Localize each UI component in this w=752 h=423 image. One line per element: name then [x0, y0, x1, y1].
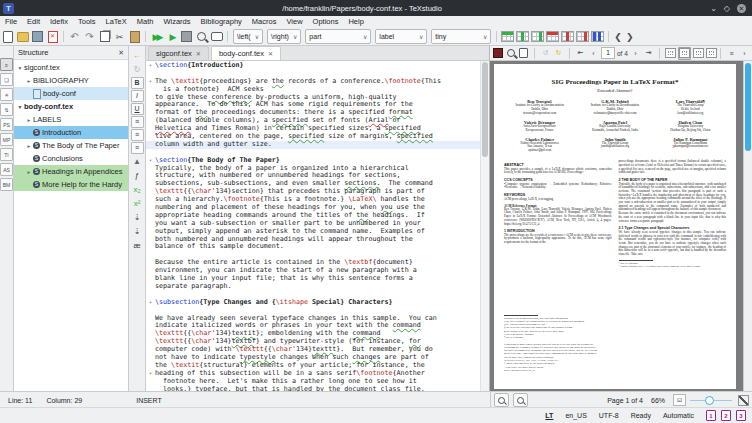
- fold-marker-icon[interactable]: [146, 346, 155, 354]
- structure-item[interactable]: body-conf: [14, 87, 128, 100]
- zoom-slider[interactable]: [690, 395, 732, 405]
- add-column-icon[interactable]: [516, 30, 529, 43]
- fit-page-icon[interactable]: [665, 48, 676, 59]
- structure-item[interactable]: SMore Help for the Hardy: [14, 178, 128, 191]
- status-utf-8[interactable]: UTF-8: [599, 412, 619, 419]
- subscript-icon[interactable]: x₂: [131, 183, 144, 196]
- panel-tikz-icon[interactable]: TI: [0, 148, 13, 161]
- tree-expander-icon[interactable]: ▾: [16, 65, 24, 71]
- menu-tools[interactable]: Tools: [73, 16, 101, 28]
- go-back-icon[interactable]: ❮: [614, 32, 622, 42]
- fold-marker-icon[interactable]: ▾: [146, 299, 155, 307]
- fold-marker-icon[interactable]: [146, 149, 155, 157]
- cut-icon[interactable]: ✂: [113, 30, 126, 43]
- structure-item[interactable]: SIntroduction: [14, 126, 128, 139]
- fold-marker-icon[interactable]: ▾: [146, 370, 155, 378]
- fold-marker-icon[interactable]: [146, 315, 155, 323]
- code-line[interactable]: separate paragraph.: [146, 283, 480, 291]
- menu-math[interactable]: Math: [132, 16, 159, 28]
- status-lt[interactable]: LT: [545, 412, 553, 419]
- tree-expander-icon[interactable]: ▸: [25, 78, 33, 84]
- fold-marker-icon[interactable]: [146, 220, 155, 228]
- structure-item[interactable]: ▸BIBLIOGRAPHY: [14, 74, 128, 87]
- fold-marker-icon[interactable]: [146, 117, 155, 125]
- tab-sigconf-tex[interactable]: sigconf.tex✕: [148, 46, 209, 60]
- fold-marker-icon[interactable]: [146, 141, 155, 149]
- fold-marker-icon[interactable]: [146, 291, 155, 299]
- ligature-icon[interactable]: æ: [131, 239, 144, 252]
- underline-icon[interactable]: U: [131, 103, 144, 115]
- fold-marker-icon[interactable]: [146, 330, 155, 338]
- pdf-back-icon[interactable]: ↺: [540, 48, 551, 59]
- sectioning-dropdown[interactable]: part ∨: [305, 29, 371, 44]
- preview-toggle-icon[interactable]: 3: [736, 410, 746, 421]
- fold-marker-icon[interactable]: [146, 243, 155, 251]
- fold-marker-icon[interactable]: [146, 212, 155, 220]
- fold-marker-icon[interactable]: [146, 180, 155, 188]
- tab-close-icon[interactable]: ✕: [268, 50, 273, 57]
- build-and-view-icon[interactable]: ▶▶: [150, 30, 163, 43]
- editor-scrollbar[interactable]: [480, 61, 489, 392]
- superscript-icon[interactable]: x²: [131, 197, 144, 210]
- maximize-icon[interactable]: ◇: [724, 4, 730, 13]
- menu-latex[interactable]: LaTeX: [100, 16, 131, 28]
- fold-marker-icon[interactable]: [146, 94, 155, 102]
- panel-structure-icon[interactable]: ≡: [0, 58, 13, 71]
- menu-options[interactable]: Options: [308, 16, 344, 28]
- structure-item[interactable]: SConclusions: [14, 152, 128, 165]
- log-toggle-icon[interactable]: 1: [706, 410, 716, 421]
- undo-icon[interactable]: ↶: [68, 30, 81, 43]
- align-left-icon[interactable]: ≡: [131, 116, 144, 128]
- close-icon[interactable]: ✕: [737, 4, 746, 13]
- magnifier-tool-button[interactable]: [494, 393, 509, 407]
- compile-icon[interactable]: ▶: [165, 30, 178, 43]
- structure-item[interactable]: ▾body-conf.tex: [14, 100, 128, 113]
- new-document-icon[interactable]: [1, 30, 14, 43]
- panel-bookmarks-icon[interactable]: ❏: [0, 73, 13, 86]
- code-line[interactable]: balance of this sample document.: [146, 243, 480, 251]
- align-columns-icon[interactable]: [591, 30, 604, 43]
- fold-marker-icon[interactable]: [146, 267, 155, 275]
- fold-marker-icon[interactable]: [146, 307, 155, 315]
- pdf-menu-icon[interactable]: ≡: [726, 48, 737, 59]
- editor[interactable]: ▾\section{Introduction} ▾The \textit{pro…: [146, 61, 489, 392]
- structure-item[interactable]: ▸SHeadings in Appendices: [14, 165, 128, 178]
- fold-marker-icon[interactable]: [146, 86, 155, 94]
- paste-icon[interactable]: [128, 30, 141, 43]
- fontsize-dropdown[interactable]: tiny ∨: [431, 29, 491, 44]
- fold-marker-icon[interactable]: ▾: [146, 62, 155, 70]
- fold-marker-icon[interactable]: [146, 204, 155, 212]
- tab-close-icon[interactable]: ✕: [196, 50, 201, 57]
- panel-brackets-icon[interactable]: ⇅: [0, 103, 13, 116]
- fit-width-icon[interactable]: [678, 47, 691, 60]
- tree-expander-icon[interactable]: ▸: [25, 143, 33, 149]
- previous-page-icon[interactable]: ‹: [588, 48, 599, 59]
- left-bracket-dropdown[interactable]: \left( ∨: [233, 29, 263, 44]
- tree-expander-icon[interactable]: ▾: [16, 104, 24, 110]
- pdf-viewport[interactable]: SIG Proceedings Paper in LaTeX Format* E…: [490, 61, 752, 392]
- fold-marker-icon[interactable]: [146, 283, 155, 291]
- go-forward-icon[interactable]: ↻: [131, 63, 144, 76]
- fold-marker-icon[interactable]: [146, 236, 155, 244]
- fold-marker-icon[interactable]: [146, 109, 155, 117]
- menu-wizards[interactable]: Wizards: [158, 16, 195, 28]
- align-right-icon[interactable]: ≡: [131, 142, 144, 154]
- function-icon[interactable]: ƒ: [131, 169, 144, 182]
- minimize-icon[interactable]: ⌄: [710, 4, 717, 13]
- linebreak-icon[interactable]: ⇣: [131, 225, 144, 238]
- view-icon[interactable]: [180, 30, 193, 43]
- reference-dropdown[interactable]: label ∨: [375, 29, 427, 44]
- comment-icon[interactable]: [210, 30, 223, 43]
- fold-marker-icon[interactable]: [146, 196, 155, 204]
- copy-icon[interactable]: [98, 30, 111, 43]
- save-document-icon[interactable]: [31, 30, 44, 43]
- italic-icon[interactable]: I: [131, 90, 144, 102]
- fold-marker-icon[interactable]: [146, 125, 155, 133]
- fold-marker-icon[interactable]: [146, 188, 155, 196]
- align-center-icon[interactable]: ≡: [131, 129, 144, 141]
- menu-view[interactable]: View: [281, 16, 307, 28]
- zoom-reset-icon[interactable]: ⊡: [673, 394, 686, 406]
- panel-symbols-icon[interactable]: ✳: [0, 88, 13, 101]
- code-line[interactable]: ▾\section{Introduction}: [146, 62, 480, 70]
- remove-row-icon[interactable]: [546, 30, 559, 43]
